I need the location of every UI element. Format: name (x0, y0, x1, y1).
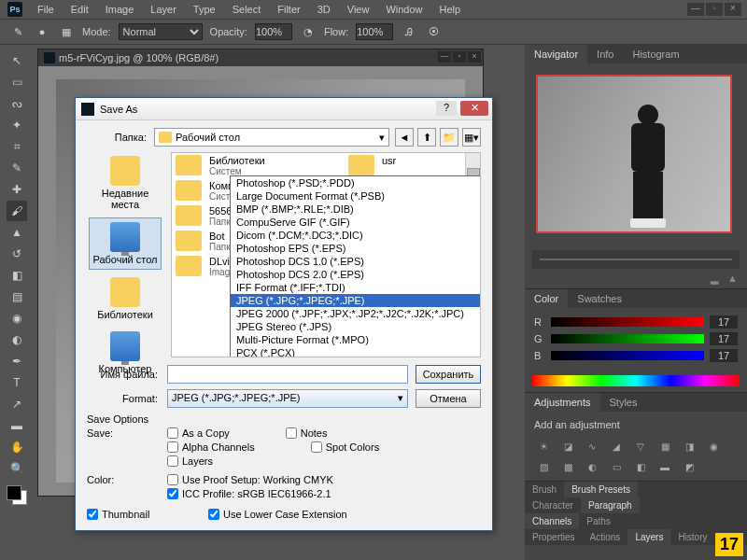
hand-tool-icon[interactable]: ✋ (7, 437, 27, 457)
tab-properties[interactable]: Properties (525, 529, 583, 545)
restore-icon[interactable]: ▫ (706, 3, 723, 16)
marquee-tool-icon[interactable]: ▭ (7, 72, 27, 92)
menu-help[interactable]: Help (432, 2, 469, 17)
dialog-help-icon[interactable]: ? (436, 101, 457, 116)
cb-alpha[interactable]: Alpha Channels (167, 441, 255, 453)
cb-as-copy[interactable]: As a Copy (167, 427, 230, 439)
type-tool-icon[interactable]: T (7, 372, 27, 393)
menu-select[interactable]: Select (225, 2, 269, 17)
color-swatch[interactable] (7, 485, 27, 506)
eraser-tool-icon[interactable]: ◧ (7, 265, 27, 286)
exposure-icon[interactable]: ◢ (607, 441, 626, 456)
format-option[interactable]: IFF Format (*.IFF;*.TDI) (231, 281, 481, 294)
file-list[interactable]: БиблиотекиСистемusr КомпьСистем 5656Папк… (171, 152, 481, 357)
move-tool-icon[interactable]: ↖ (7, 50, 27, 71)
tab-color[interactable]: Color (525, 289, 568, 308)
menu-layer[interactable]: Layer (143, 2, 184, 17)
menu-file[interactable]: File (30, 2, 62, 17)
zoom-tool-icon[interactable]: 🔍 (7, 458, 27, 479)
cb-icc[interactable]: ICC Profile: sRGB IEC61966-2.1 (167, 488, 481, 499)
tab-paths[interactable]: Paths (579, 513, 618, 529)
color-ramp[interactable] (532, 375, 740, 386)
stamp-tool-icon[interactable]: ▲ (7, 222, 27, 243)
menu-image[interactable]: Image (98, 2, 142, 17)
tab-info[interactable]: Info (587, 45, 623, 63)
view-menu-icon[interactable]: ▦▾ (462, 128, 481, 147)
vibrance-icon[interactable]: ▽ (631, 441, 650, 456)
format-option[interactable]: Dicom (*.DCM;*.DC3;*.DIC) (231, 229, 481, 242)
gradient-map-icon[interactable]: ▬ (655, 462, 674, 477)
format-option[interactable]: PCX (*.PCX) (231, 346, 481, 357)
document-titlebar[interactable]: m5-rFViCyg.jpg @ 100% (RGB/8#) — ▫ × (38, 49, 483, 66)
dialog-titlebar[interactable]: Save As ? ✕ (76, 98, 492, 120)
filename-input[interactable] (167, 365, 408, 384)
sidebar-item-desktop[interactable]: Рабочий стол (89, 217, 162, 270)
path-tool-icon[interactable]: ↗ (7, 394, 27, 414)
doc-close-icon[interactable]: × (468, 51, 481, 63)
invert-icon[interactable]: ◐ (583, 462, 601, 477)
tab-layers[interactable]: Layers (627, 529, 670, 545)
eyedropper-tool-icon[interactable]: ✎ (7, 158, 27, 178)
tab-history[interactable]: History (670, 529, 714, 545)
pen-tool-icon[interactable]: ✒ (7, 351, 27, 371)
gradient-tool-icon[interactable]: ▤ (7, 287, 27, 307)
tab-actions[interactable]: Actions (583, 529, 628, 545)
dialog-close-icon[interactable]: ✕ (460, 101, 488, 116)
format-option[interactable]: Photoshop (*.PSD;*.PDD) (231, 176, 481, 189)
bw-icon[interactable]: ◨ (680, 441, 698, 456)
zoom-in-icon[interactable]: ▲ (727, 273, 738, 285)
format-option[interactable]: JPEG (*.JPG;*.JPEG;*.JPE) (231, 294, 481, 307)
cb-spot[interactable]: Spot Colors (311, 441, 379, 453)
dodge-tool-icon[interactable]: ◐ (7, 329, 27, 350)
hue-icon[interactable]: ▦ (655, 441, 674, 456)
new-folder-icon[interactable]: 📁 (440, 128, 458, 147)
tab-brush[interactable]: Brush (525, 482, 564, 497)
r-slider[interactable] (551, 317, 704, 327)
format-option[interactable]: Photoshop EPS (*.EPS) (231, 242, 481, 255)
up-icon[interactable]: ⬆ (417, 128, 436, 147)
photo-filter-icon[interactable]: ◉ (704, 441, 723, 456)
selective-color-icon[interactable]: ◩ (680, 462, 698, 477)
tab-adjustments[interactable]: Adjustments (525, 393, 600, 412)
navigator-preview[interactable] (525, 63, 747, 250)
format-option[interactable]: BMP (*.BMP;*.RLE;*.DIB) (231, 203, 481, 216)
doc-minimize-icon[interactable]: — (438, 51, 451, 63)
pressure-size-icon[interactable]: ⦿ (425, 23, 442, 40)
format-option[interactable]: Photoshop DCS 2.0 (*.EPS) (231, 268, 481, 281)
menu-3d[interactable]: 3D (310, 2, 338, 17)
navigator-zoom-slider[interactable] (532, 250, 740, 269)
cb-proof[interactable]: Use Proof Setup: Working CMYK (167, 474, 481, 485)
menu-edit[interactable]: Edit (63, 2, 96, 17)
folder-select[interactable]: Рабочий стол▾ (154, 128, 389, 147)
airbrush-icon[interactable]: Ꭿ (401, 23, 417, 40)
cb-notes[interactable]: Notes (286, 427, 328, 439)
tab-styles[interactable]: Styles (600, 393, 647, 412)
format-option[interactable]: Multi-Picture Format (*.MPO) (231, 333, 481, 346)
color-lookup-icon[interactable]: ▩ (558, 462, 577, 477)
posterize-icon[interactable]: ▭ (607, 462, 626, 477)
tab-character[interactable]: Character (525, 497, 581, 513)
blur-tool-icon[interactable]: ◉ (7, 308, 27, 329)
g-value[interactable]: 17 (710, 332, 738, 345)
threshold-icon[interactable]: ◧ (631, 462, 650, 477)
cancel-button[interactable]: Отмена (416, 389, 481, 408)
tab-navigator[interactable]: Navigator (525, 45, 587, 63)
sidebar-item-recent[interactable]: Недавние места (89, 152, 162, 214)
format-select[interactable]: JPEG (*.JPG;*.JPEG;*.JPE)▾ (167, 389, 408, 408)
opacity-input[interactable] (255, 23, 292, 40)
channel-mixer-icon[interactable]: ▨ (534, 462, 553, 477)
tab-brush-presets[interactable]: Brush Presets (564, 482, 638, 497)
tab-swatches[interactable]: Swatches (568, 289, 631, 308)
tab-channels[interactable]: Channels (525, 513, 579, 529)
cb-layers[interactable]: Layers (167, 455, 213, 467)
minimize-icon[interactable]: — (687, 3, 704, 16)
menu-filter[interactable]: Filter (270, 2, 307, 17)
menu-type[interactable]: Type (186, 2, 223, 17)
format-option[interactable]: Photoshop DCS 1.0 (*.EPS) (231, 255, 481, 268)
cb-lowercase[interactable]: Use Lower Case Extension (208, 509, 347, 520)
format-option[interactable]: Large Document Format (*.PSB) (231, 189, 481, 203)
format-option[interactable]: CompuServe GIF (*.GIF) (231, 216, 481, 229)
crop-tool-icon[interactable]: ⌗ (7, 136, 27, 157)
r-value[interactable]: 17 (710, 315, 738, 329)
back-icon[interactable]: ◄ (395, 128, 414, 147)
